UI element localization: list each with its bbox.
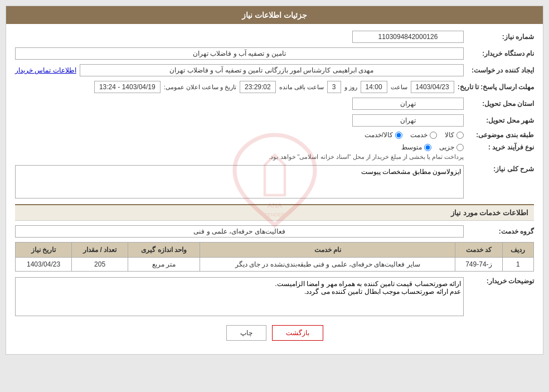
radio-goods-service[interactable] (395, 132, 402, 139)
remaining-time-label: ساعت باقی مانده (279, 84, 324, 91)
remaining-day-label: روز و (344, 84, 357, 91)
radio-service-label: خدمت (410, 131, 427, 139)
radio-service[interactable] (430, 132, 437, 139)
need-desc-textarea[interactable] (15, 165, 464, 199)
services-table: ردیف کد خدمت نام خدمت واحد اندازه گیری ت… (15, 242, 534, 272)
radio-goods-service-label: کالا/خدمت (365, 131, 393, 139)
reply-date: 1403/04/23 (411, 81, 454, 93)
city-label: شهر محل تحویل: (467, 117, 534, 124)
creator-link[interactable]: اطلاعات تماس خریدار (15, 66, 76, 74)
city-value: تهران (352, 114, 464, 127)
radio-partial-label: جزیی (439, 143, 454, 151)
purchase-type-radio-group: جزیی متوسط (269, 143, 464, 151)
announce-value: 1403/04/19 - 13:24 (94, 81, 161, 93)
table-row: 1ز-74-749سایر فعالیت‌های حرفه‌ای، علمی و… (16, 258, 534, 272)
radio-goods-service-item[interactable]: کالا/خدمت (365, 131, 402, 139)
action-buttons: بازگشت چاپ (15, 325, 534, 347)
need-number-value: 1103094842000126 (352, 31, 464, 43)
col-row: ردیف (502, 243, 533, 258)
creator-value: مهدی ابراهیمی کارشناس امور بازرگانی تامی… (80, 64, 464, 76)
print-button[interactable]: چاپ (226, 325, 266, 341)
radio-goods-item[interactable]: کالا (445, 131, 464, 139)
purchase-note: پرداخت تمام یا بخشی از مبلغ خریدار از مح… (269, 153, 464, 161)
category-radio-group: کالا خدمت کالا/خدمت (365, 131, 464, 139)
col-unit: واحد اندازه گیری (128, 243, 200, 258)
purchase-type-label: نوع فرآیند خرید : (467, 143, 534, 151)
radio-medium-item[interactable]: متوسط (401, 143, 431, 151)
category-label: طبقه بندی موضوعی: (467, 131, 534, 139)
reply-time-label: ساعت (391, 84, 407, 91)
buyer-name-label: نام دستگاه خریدار: (467, 50, 534, 57)
need-desc-label: شرح کلی نیاز: (467, 165, 534, 173)
announce-label: تاریخ و ساعت اعلان عمومی: (164, 84, 236, 91)
service-group-label: گروه خدمت: (467, 228, 534, 235)
radio-goods[interactable] (456, 132, 464, 139)
buyer-notes-textarea[interactable] (15, 277, 464, 316)
radio-medium-label: متوسط (401, 143, 422, 151)
radio-partial[interactable] (456, 144, 464, 151)
service-group-value: فعالیت‌های حرفه‌ای، علمی و فنی (15, 225, 464, 238)
radio-partial-item[interactable]: جزیی (439, 143, 464, 151)
page-title: جزئیات اطلاعات نیاز (6, 6, 543, 24)
back-button[interactable]: بازگشت (272, 325, 323, 341)
need-number-label: شماره نیاز: (467, 33, 534, 41)
remaining-time: 23:29:02 (240, 81, 276, 93)
col-qty: تعداد / مقدار (72, 243, 128, 258)
buyer-name-value: تامین و تصفیه آب و فاضلاب تهران (15, 47, 464, 60)
province-label: استان محل تحویل: (467, 100, 534, 108)
radio-goods-label: کالا (445, 131, 454, 139)
col-name: نام خدمت (200, 243, 455, 258)
province-value: تهران (352, 98, 464, 110)
reply-time: 14:00 (361, 81, 387, 93)
creator-label: ایجاد کننده در خواست: (467, 66, 534, 74)
radio-service-item[interactable]: خدمت (410, 131, 437, 139)
col-date: تاریخ نیاز (16, 243, 72, 258)
radio-medium[interactable] (424, 144, 431, 151)
reply-deadline-label: مهلت ارسال پاسخ: تا تاریخ: (458, 83, 534, 91)
services-section-header: اطلاعات خدمات مورد نیاز (15, 204, 534, 221)
col-code: کد خدمت (455, 243, 502, 258)
remaining-days: 3 (327, 81, 341, 93)
buyer-notes-label: توضیحات خریدار: (467, 277, 534, 285)
